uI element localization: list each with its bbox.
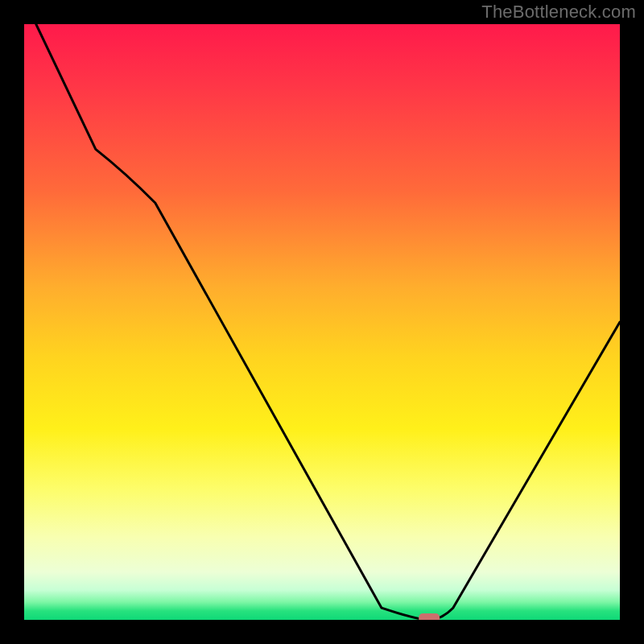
watermark-text: TheBottleneck.com (481, 2, 636, 23)
bottleneck-curve (36, 24, 620, 620)
curve-svg (24, 24, 620, 620)
optimal-marker (419, 613, 440, 620)
plot-area (24, 24, 620, 620)
chart-frame: TheBottleneck.com (0, 0, 644, 644)
